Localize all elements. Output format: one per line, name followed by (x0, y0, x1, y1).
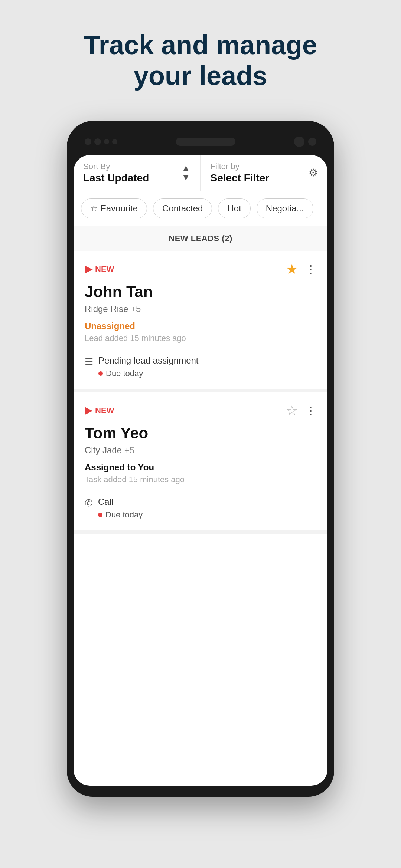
lead-task-1: ☰ Pending lead assignment Due today (85, 355, 316, 378)
notch-cameras-left (85, 138, 117, 145)
phone-frame: Sort By Last Updated ▲ ▼ Filter by Selec… (67, 121, 334, 797)
chip-negotiating-label: Negotia... (266, 203, 304, 214)
front-camera (294, 137, 304, 147)
phone-screen: Sort By Last Updated ▲ ▼ Filter by Selec… (74, 155, 327, 786)
sort-label-main: Last Updated (83, 172, 149, 184)
phone-notch (74, 132, 327, 151)
camera-dot-3 (104, 139, 109, 144)
camera-dot-4 (112, 139, 117, 144)
chip-favourite[interactable]: ☆ Favourite (81, 198, 147, 218)
chevron-right-icon-2: ▶ (85, 405, 92, 416)
notch-speaker (176, 138, 235, 146)
task-due-1: Due today (98, 369, 199, 378)
camera-dot-1 (85, 138, 91, 145)
lead-status-new-2: ▶ NEW (85, 405, 114, 416)
due-label-1: Due today (106, 369, 143, 378)
favourite-button-2[interactable]: ☆ (286, 403, 298, 418)
sort-section[interactable]: Sort By Last Updated ▲ ▼ (74, 155, 201, 191)
chip-negotiating[interactable]: Negotia... (257, 198, 313, 218)
lead-divider-1 (85, 350, 316, 350)
lead-location-1: Ridge Rise +5 (85, 304, 316, 314)
task-due-2: Due today (98, 510, 143, 520)
lead-task-2: ✆ Call Due today (85, 497, 316, 520)
due-dot-icon-2 (98, 513, 102, 517)
chip-favourite-label: Favourite (101, 203, 138, 214)
lead-actions-2: ☆ ⋮ (286, 403, 316, 418)
chevron-right-icon: ▶ (85, 263, 92, 275)
lead-status-new-1: ▶ NEW (85, 263, 114, 275)
task-title-2: Call (98, 497, 143, 507)
lead-assignment-1: Unassigned (85, 321, 316, 331)
due-label-2: Due today (105, 510, 143, 520)
chip-hot[interactable]: Hot (218, 198, 250, 218)
favourite-button-1[interactable]: ★ (286, 262, 298, 277)
lead-name-2: Tom Yeo (85, 424, 316, 442)
sort-label-small: Sort By (83, 162, 149, 171)
chips-row: ☆ Favourite Contacted Hot Negotia... (74, 191, 327, 226)
chip-contacted-label: Contacted (162, 203, 203, 214)
lead-name-1: John Tan (85, 283, 316, 301)
phone-icon: ✆ (85, 497, 93, 509)
lead-time-1: Lead added 15 minutes ago (85, 333, 316, 343)
more-options-button-2[interactable]: ⋮ (305, 404, 316, 417)
due-dot-icon-1 (98, 371, 103, 376)
section-header-new-leads: NEW LEADS (2) (74, 226, 327, 251)
filter-icon: ⚙ (309, 167, 318, 179)
lead-location-2: City Jade +5 (85, 445, 316, 456)
page-headline: Track and manage your leads (84, 30, 317, 91)
camera-dot-2 (94, 138, 101, 145)
task-details-1: Pending lead assignment Due today (98, 355, 199, 378)
sensor-dot (308, 138, 316, 146)
chip-hot-label: Hot (227, 203, 241, 214)
lead-assignment-2: Assigned to You (85, 462, 316, 473)
lead-card-tom-yeo[interactable]: ▶ NEW ☆ ⋮ Tom Yeo City Jade +5 Assigned … (74, 392, 327, 534)
lead-actions-1: ★ ⋮ (286, 262, 316, 277)
filter-section[interactable]: Filter by Select Filter ⚙ (201, 155, 328, 191)
task-list-icon: ☰ (85, 356, 93, 368)
chip-contacted[interactable]: Contacted (153, 198, 212, 218)
star-outline-icon: ☆ (90, 204, 98, 213)
notch-cameras-right (294, 137, 316, 147)
task-details-2: Call Due today (98, 497, 143, 520)
lead-divider-2 (85, 491, 316, 491)
sort-filter-bar: Sort By Last Updated ▲ ▼ Filter by Selec… (74, 155, 327, 191)
lead-time-2: Task added 15 minutes ago (85, 475, 316, 484)
filter-label-small: Filter by (211, 162, 270, 171)
filter-label-main: Select Filter (211, 172, 270, 184)
sort-arrows-icon: ▲ ▼ (181, 164, 191, 181)
status-label-2: NEW (95, 406, 114, 415)
status-label-1: NEW (95, 264, 114, 274)
lead-card-john-tan[interactable]: ▶ NEW ★ ⋮ John Tan Ridge Rise +5 Unassig… (74, 251, 327, 392)
more-options-button-1[interactable]: ⋮ (305, 263, 316, 276)
task-title-1: Pending lead assignment (98, 355, 199, 366)
